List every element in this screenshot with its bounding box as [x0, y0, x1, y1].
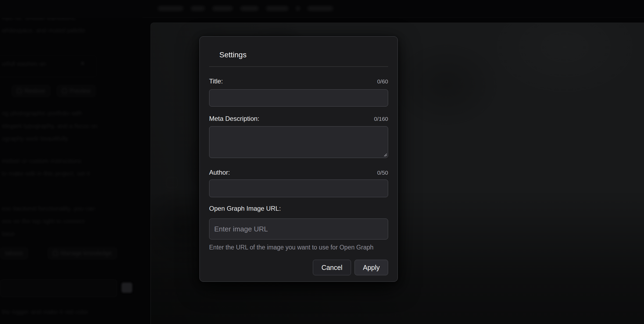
author-input[interactable] — [209, 179, 388, 197]
modal-divider — [209, 66, 388, 67]
chat-message-line: midset or custom instructions — [2, 157, 82, 165]
chat-message-line: whitespace, and muted palette — [2, 27, 85, 34]
nav-ghost-item — [296, 6, 300, 11]
title-label: Title: — [209, 78, 223, 85]
title-input[interactable] — [209, 89, 388, 107]
modal-title: Settings — [209, 51, 388, 59]
nav-ghost-item — [240, 6, 259, 11]
version-card-title: urfull washes an — [2, 60, 46, 68]
cancel-button[interactable]: Cancel — [313, 260, 351, 275]
chat-message-line: the logger and make it red color — [2, 308, 88, 316]
close-icon[interactable]: ✕ — [80, 60, 85, 67]
og-image-url-help-text: Enter the URL of the image you want to u… — [209, 244, 388, 251]
nav-ghost-item — [266, 6, 289, 11]
meta-description-label: Meta Description: — [209, 115, 259, 122]
manage-knowledge-button[interactable]: Manage knowledge — [48, 247, 117, 259]
chat-sidebar: hais no, smooth transitions, whitespace,… — [0, 18, 146, 324]
og-image-url-input[interactable] — [209, 219, 388, 240]
chat-message-line: hais no, smooth transitions, — [2, 18, 77, 22]
top-nav-ghost-items — [158, 6, 333, 11]
author-label: Author: — [209, 169, 230, 176]
author-char-counter: 0/50 — [377, 170, 388, 176]
chat-message-line: elegant typography, and a focus on — [2, 122, 98, 130]
chat-message-line: ng photographic portfolio with — [2, 110, 82, 117]
nav-ghost-item — [212, 6, 233, 11]
chat-message-line: to make edit in this project, set it — [2, 170, 90, 177]
restore-icon — [17, 89, 22, 93]
chat-message-line: ess backend functionality, you can — [2, 205, 95, 212]
nav-ghost-item — [191, 6, 205, 11]
title-char-counter: 0/60 — [377, 78, 388, 85]
chat-message-line: base — [2, 230, 15, 238]
preview-grid-icon — [62, 89, 67, 93]
knowledge-icon — [53, 251, 58, 256]
database-button[interactable]: tabase — [0, 247, 28, 259]
restore-button[interactable]: Restore — [12, 85, 50, 97]
og-image-url-label: Open Graph Image URL: — [209, 205, 281, 212]
nav-ghost-item — [158, 6, 184, 11]
top-bar — [0, 0, 644, 18]
meta-description-char-counter: 0/160 — [374, 116, 388, 122]
settings-modal: Settings Title: 0/60 Meta Description: 0… — [199, 36, 398, 282]
chat-message-line: ography work beautifully — [2, 135, 68, 142]
apply-button[interactable]: Apply — [355, 260, 388, 275]
preview-button[interactable]: Preview — [57, 85, 96, 97]
chat-message-line: ons on the top right to connect — [2, 218, 85, 225]
nav-ghost-item — [307, 6, 333, 11]
panel-ghost-control — [167, 177, 177, 188]
header-divider — [142, 17, 644, 17]
meta-description-textarea[interactable] — [209, 126, 388, 158]
send-button[interactable] — [121, 283, 132, 293]
chat-input[interactable] — [0, 279, 117, 297]
